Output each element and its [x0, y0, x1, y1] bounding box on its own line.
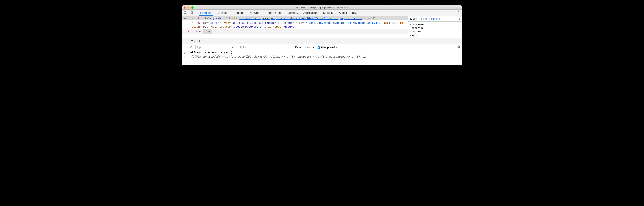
- tab-network[interactable]: Network: [247, 10, 263, 16]
- expand-triangle-icon: ▶: [410, 27, 411, 29]
- tab-axe[interactable]: aXe: [350, 10, 360, 16]
- input-caret-icon: ❯: [184, 51, 188, 54]
- breadcrumb: htmlheadlink: [182, 29, 408, 34]
- group-similar-checkbox[interactable]: Group similar: [318, 46, 337, 49]
- inspect-element-icon[interactable]: [182, 10, 189, 16]
- filter-input[interactable]: Filter: [238, 45, 292, 49]
- tab-elements[interactable]: Elements: [198, 10, 215, 16]
- dom-node[interactable]: <link rel="search" type="application/ope…: [182, 21, 408, 29]
- drawer-tab-console[interactable]: Console: [188, 38, 204, 44]
- event-listeners-list: ▶mouseover▶pagehide▶resize▶scroll: [408, 22, 462, 38]
- clear-console-icon[interactable]: [190, 45, 192, 49]
- execution-toggle-icon[interactable]: [184, 46, 187, 49]
- tab-security[interactable]: Security: [320, 10, 336, 16]
- console-output-row[interactable]: ❮ ▶ {DOMContentLoaded: Array(1), pagehid…: [182, 54, 462, 59]
- devtools-tabbar: ElementsConsoleSourcesNetworkPerformance…: [182, 10, 462, 16]
- console-toolbar: top ▼ Filter Default levels ▼ Group simi…: [182, 44, 462, 50]
- console-drawer-header: ⋮ Console ×: [182, 38, 462, 44]
- breadcrumb-link[interactable]: link: [203, 29, 212, 34]
- sidebar-tab-event-listeners[interactable]: Event Listeners: [419, 16, 442, 22]
- chevron-down-icon: ▼: [312, 46, 315, 49]
- breadcrumb-html[interactable]: html: [183, 29, 192, 34]
- expand-triangle-icon: ▶: [410, 34, 411, 36]
- devtools-menu-icon[interactable]: ⋮: [455, 10, 462, 16]
- window-title: DevTools - developers.google.com/web/sho…: [182, 6, 462, 9]
- event-mouseover[interactable]: ▶mouseover: [410, 22, 460, 26]
- sidebar-tabs: StylesEvent Listeners»: [408, 16, 462, 22]
- dom-tree[interactable]: ••• <link rel="stylesheet" href="https:/…: [182, 16, 408, 29]
- expand-triangle-icon[interactable]: ▶: [188, 56, 190, 58]
- device-toggle-icon[interactable]: [189, 10, 196, 16]
- event-scroll[interactable]: ▶scroll: [410, 33, 460, 37]
- close-icon[interactable]: ×: [454, 39, 462, 43]
- drawer-menu-icon[interactable]: ⋮: [182, 39, 188, 43]
- devtools-window: DevTools - developers.google.com/web/sho…: [182, 6, 462, 65]
- console-input-row: ❯ getEventListeners(document);: [182, 50, 462, 54]
- output-caret-icon: ❮: [184, 56, 188, 58]
- dom-node-selected[interactable]: ••• <link rel="stylesheet" href="https:/…: [182, 16, 408, 21]
- styles-sidebar: StylesEvent Listeners» ▶mouseover▶pagehi…: [408, 16, 462, 38]
- ellipsis-icon: •••: [184, 17, 188, 21]
- tab-performance[interactable]: Performance: [263, 10, 285, 16]
- event-pagehide[interactable]: ▶pagehide: [410, 26, 460, 30]
- svg-line-5: [190, 46, 192, 48]
- console-prompt[interactable]: ❯: [182, 59, 462, 62]
- expand-triangle-icon: ▶: [410, 31, 411, 33]
- group-similar-input[interactable]: [318, 46, 320, 49]
- breadcrumb-head[interactable]: head: [192, 29, 202, 34]
- expand-triangle-icon: ▶: [410, 23, 411, 25]
- tab-memory[interactable]: Memory: [285, 10, 301, 16]
- tab-console[interactable]: Console: [215, 10, 231, 16]
- chevron-down-icon: ▼: [232, 46, 234, 49]
- prompt-caret-icon: ❯: [184, 59, 188, 62]
- event-resize[interactable]: ▶resize: [410, 30, 460, 33]
- elements-panel: ••• <link rel="stylesheet" href="https:/…: [182, 16, 408, 38]
- log-levels-dropdown[interactable]: Default levels ▼: [295, 46, 315, 49]
- sidebar-tab-styles[interactable]: Styles: [408, 16, 419, 22]
- svg-rect-2: [192, 12, 194, 14]
- gear-icon[interactable]: [457, 45, 460, 49]
- tab-audits[interactable]: Audits: [336, 10, 350, 16]
- titlebar: DevTools - developers.google.com/web/sho…: [182, 6, 462, 10]
- context-dropdown[interactable]: top ▼: [195, 45, 236, 49]
- tab-application[interactable]: Application: [301, 10, 320, 16]
- tab-sources[interactable]: Sources: [231, 10, 247, 16]
- sidebar-more-icon[interactable]: »: [456, 17, 462, 20]
- console-output[interactable]: ❯ getEventListeners(document); ❮ ▶ {DOMC…: [182, 50, 462, 65]
